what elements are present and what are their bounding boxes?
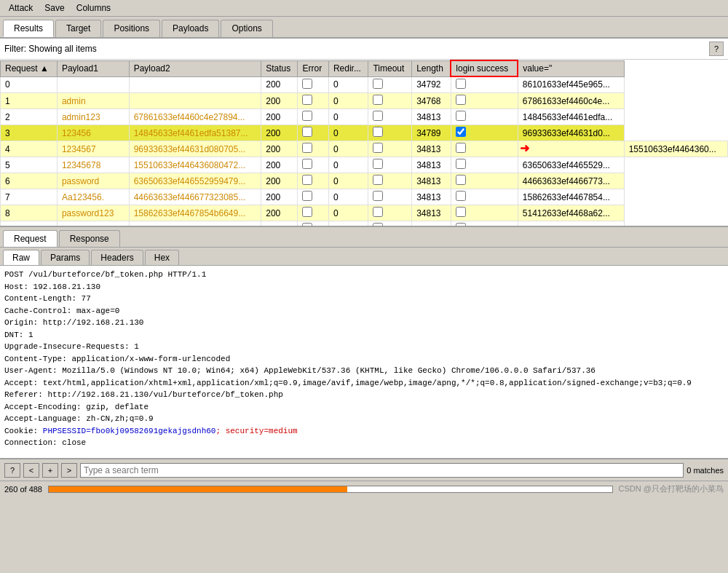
request-line: User-Agent: Mozilla/5.0 (Windows NT 10.0… <box>4 365 724 377</box>
table-row[interactable]: 312345614845633ef4461edfa51387...2000347… <box>1 125 728 141</box>
menu-attack[interactable]: Attack <box>3 1 39 15</box>
section-tab-response[interactable]: Response <box>59 230 120 247</box>
table-row[interactable]: 9Password123451412633ef4469b6211007...20… <box>1 221 728 228</box>
table-cell: 0 <box>328 109 368 125</box>
table-checkbox[interactable] <box>373 159 383 169</box>
table-cell: 63650633ef4465529... <box>518 157 624 173</box>
table-checkbox[interactable] <box>302 191 312 201</box>
table-cell: 9 <box>1 221 58 228</box>
table-checkbox[interactable] <box>373 111 383 121</box>
request-line: Content-Type: application/x-www-form-url… <box>4 353 724 365</box>
table-checkbox[interactable] <box>302 127 312 137</box>
request-line: Referer: http://192.168.21.130/vul/burte… <box>4 389 724 401</box>
table-checkbox[interactable] <box>373 79 383 89</box>
table-cell <box>368 173 412 189</box>
table-checkbox[interactable] <box>373 127 383 137</box>
col-request[interactable]: Request ▲ <box>1 60 58 76</box>
table-checkbox[interactable] <box>456 143 466 153</box>
search-input[interactable] <box>80 463 684 478</box>
table-row[interactable]: 2admin12367861633ef4460c4e27894...200034… <box>1 109 728 125</box>
filter-text: Filter: Showing all items <box>4 44 97 54</box>
table-cell: 0 <box>328 125 368 141</box>
table-cell <box>368 141 412 157</box>
tab-options[interactable]: Options <box>221 20 272 37</box>
table-row[interactable]: 1admin20003476867861633ef4460c4e... <box>1 93 728 109</box>
table-cell: 34813 <box>412 109 451 125</box>
table-checkbox[interactable] <box>302 207 312 217</box>
table-checkbox[interactable] <box>456 159 466 169</box>
inner-tab-params[interactable]: Params <box>41 250 90 265</box>
inner-tab-raw[interactable]: Raw <box>3 250 39 265</box>
table-checkbox[interactable] <box>373 175 383 185</box>
table-checkbox[interactable] <box>456 191 466 201</box>
table-cell: 34813 <box>412 221 451 228</box>
table-checkbox[interactable] <box>302 175 312 185</box>
table-cell: password <box>57 173 129 189</box>
col-length[interactable]: Length <box>412 60 451 76</box>
col-login-success[interactable]: login success <box>451 60 518 76</box>
add-button[interactable]: + <box>42 463 58 478</box>
table-checkbox[interactable] <box>302 79 312 89</box>
status-text: 260 of 488 <box>4 485 42 494</box>
table-cell: 1234567 <box>57 141 129 157</box>
table-checkbox[interactable] <box>302 143 312 153</box>
table-row[interactable]: 6password63650633ef446552959479...200034… <box>1 173 728 189</box>
col-payload1[interactable]: Payload1 <box>57 60 129 76</box>
table-cell <box>451 76 518 93</box>
table-checkbox[interactable] <box>456 127 466 137</box>
table-checkbox[interactable] <box>456 79 466 89</box>
inner-tab-hex[interactable]: Hex <box>145 250 179 265</box>
table-checkbox[interactable] <box>456 95 466 105</box>
menu-save[interactable]: Save <box>39 1 70 15</box>
table-checkbox[interactable] <box>456 111 466 121</box>
table-cell: 34813 <box>412 189 451 205</box>
tab-positions[interactable]: Positions <box>103 20 160 37</box>
tab-target[interactable]: Target <box>55 20 101 37</box>
table-cell: admin <box>57 93 129 109</box>
table-cell: 51412633ef4469b6211007... <box>129 221 261 228</box>
col-timeout[interactable]: Timeout <box>368 60 412 76</box>
tab-payloads[interactable]: Payloads <box>162 20 219 37</box>
col-error[interactable]: Error <box>298 60 328 76</box>
next-button[interactable]: > <box>61 463 77 478</box>
tab-results[interactable]: Results <box>3 20 54 37</box>
table-cell: 15510633ef4464360... <box>624 141 727 157</box>
inner-tab-headers[interactable]: Headers <box>91 250 143 265</box>
menu-columns[interactable]: Columns <box>71 1 116 15</box>
menu-bar: Attack Save Columns <box>0 0 728 17</box>
table-row[interactable]: 8password12315862633ef4467854b6649...200… <box>1 205 728 221</box>
table-cell: 5 <box>1 157 58 173</box>
filter-help-button[interactable]: ? <box>709 42 724 56</box>
table-checkbox[interactable] <box>373 191 383 201</box>
col-redir[interactable]: Redir... <box>328 60 368 76</box>
table-checkbox[interactable] <box>302 159 312 169</box>
request-line: DNT: 1 <box>4 329 724 341</box>
table-cell: 200 <box>261 93 298 109</box>
col-payload2[interactable]: Payload2 <box>129 60 261 76</box>
table-checkbox[interactable] <box>373 95 383 105</box>
table-cell <box>368 125 412 141</box>
table-row[interactable]: 7Aa123456.44663633ef446677323085...20003… <box>1 189 728 205</box>
table-cell: Aa123456. <box>57 189 129 205</box>
table-cell: 0 <box>328 141 368 157</box>
table-checkbox[interactable] <box>373 207 383 217</box>
prev-button[interactable]: < <box>23 463 39 478</box>
request-content: POST /vul/burteforce/bf_token.php HTTP/1… <box>0 266 728 459</box>
status-bar: 260 of 488 CSDN @只会打靶场的小菜鸟 <box>0 481 728 497</box>
table-cell <box>298 109 328 125</box>
col-value[interactable]: value=" <box>518 60 624 76</box>
table-checkbox[interactable] <box>302 111 312 121</box>
table-cell: 200 <box>261 157 298 173</box>
table-row[interactable]: 4123456796933633ef44631d080705...2000348… <box>1 141 728 157</box>
table-checkbox[interactable] <box>302 95 312 105</box>
table-row[interactable]: 020003479286101633ef445e965... <box>1 76 728 93</box>
table-row[interactable]: 51234567815510633ef446436080472...200034… <box>1 157 728 173</box>
table-cell: 200 <box>261 221 298 228</box>
table-checkbox[interactable] <box>456 175 466 185</box>
section-tab-request[interactable]: Request <box>3 230 58 247</box>
table-checkbox[interactable] <box>373 143 383 153</box>
table-checkbox[interactable] <box>456 207 466 217</box>
request-line: Connection: close <box>4 437 724 449</box>
col-status[interactable]: Status <box>261 60 298 76</box>
help-button[interactable]: ? <box>4 463 20 478</box>
